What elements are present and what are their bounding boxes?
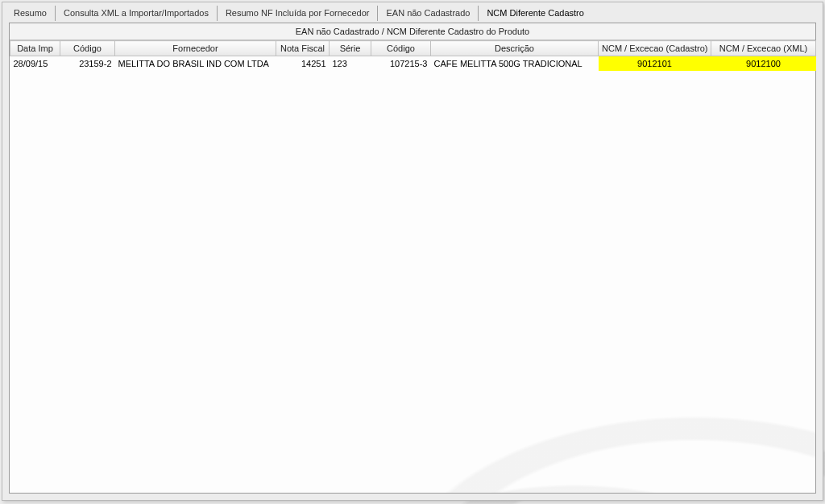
tab-consulta-xml[interactable]: Consulta XML a Importar/Importados — [56, 6, 218, 21]
col-header-ncm-xml[interactable]: NCM / Excecao (XML) — [711, 41, 816, 56]
col-header-serie[interactable]: Série — [330, 41, 371, 56]
tab-bar: Resumo Consulta XML a Importar/Importado… — [2, 2, 823, 21]
cell-serie: 123 — [330, 56, 371, 71]
tab-resumo-nf[interactable]: Resumo NF Incluída por Fornecedor — [218, 6, 379, 21]
col-header-nota-fiscal[interactable]: Nota Fiscal — [276, 41, 330, 56]
col-header-codigo[interactable]: Código — [60, 41, 115, 56]
grid-panel: EAN não Cadastrado / NCM Diferente Cadas… — [9, 23, 816, 494]
cell-ncm-cadastro: 9012101 — [599, 56, 711, 71]
panel-title: EAN não Cadastrado / NCM Diferente Cadas… — [10, 23, 815, 40]
tab-label: Resumo NF Incluída por Fornecedor — [226, 8, 370, 18]
window-panel: Resumo Consulta XML a Importar/Importado… — [2, 2, 823, 501]
data-grid[interactable]: Data Imp Código Fornecedor Nota Fiscal S… — [10, 40, 816, 71]
cell-nota-fiscal: 14251 — [276, 56, 330, 71]
col-header-data-imp[interactable]: Data Imp — [10, 41, 60, 56]
cell-fornecedor: MELITTA DO BRASIL IND COM LTDA — [115, 56, 276, 71]
header-row: Data Imp Código Fornecedor Nota Fiscal S… — [10, 41, 816, 56]
tab-ncm-diferente[interactable]: NCM Diferente Cadastro — [479, 6, 591, 21]
tab-ean-nao-cadastrado[interactable]: EAN não Cadastrado — [378, 6, 479, 21]
col-header-codigo-prod[interactable]: Código — [371, 41, 431, 56]
col-header-fornecedor[interactable]: Fornecedor — [115, 41, 276, 56]
cell-codigo-prod: 107215-3 — [371, 56, 431, 71]
tab-label: Consulta XML a Importar/Importados — [64, 8, 209, 18]
tab-resumo[interactable]: Resumo — [6, 6, 56, 21]
col-header-ncm-cadastro[interactable]: NCM / Excecao (Cadastro) — [599, 41, 711, 56]
tab-label: EAN não Cadastrado — [386, 8, 470, 18]
cell-codigo-forn: 23159-2 — [60, 56, 115, 71]
table-row[interactable]: 28/09/15 23159-2 MELITTA DO BRASIL IND C… — [10, 56, 816, 71]
col-header-descricao[interactable]: Descrição — [431, 41, 599, 56]
tab-label: NCM Diferente Cadastro — [487, 8, 583, 18]
cell-ncm-xml: 9012100 — [711, 56, 816, 71]
tab-label: Resumo — [14, 8, 47, 18]
cell-data-imp: 28/09/15 — [10, 56, 60, 71]
cell-descricao: CAFE MELITTA 500G TRADICIONAL — [431, 56, 599, 71]
